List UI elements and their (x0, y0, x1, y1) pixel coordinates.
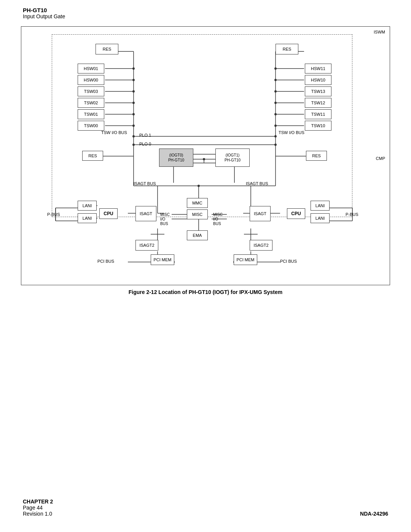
lani-bot-left: LANI (78, 213, 97, 223)
iogt1-phgt10: (IOGT1)PH-GT10 (215, 149, 250, 167)
diagram-container: ISWM CMP (21, 26, 390, 285)
page-header: PH-GT10 Input Output Gate (0, 0, 411, 22)
page-label: Page 44 (23, 505, 53, 511)
hsw01: HSW01 (78, 64, 104, 73)
pci-bus-left-label: PCI BUS (97, 259, 114, 264)
lani-top-left: LANI (78, 201, 97, 211)
page-subtitle: Input Output Gate (23, 13, 388, 19)
tsw10: TSW10 (305, 121, 331, 131)
tsw03: TSW03 (78, 86, 104, 96)
hsw00: HSW00 (78, 75, 104, 85)
cmp-label: CMP (376, 156, 385, 161)
pci-bus-right-label: PCI BUS (280, 259, 297, 264)
res-top-right: RES (276, 44, 298, 54)
isagt-left: ISAGT (135, 206, 156, 221)
tsw02: TSW02 (78, 98, 104, 108)
tsw-io-bus-right: TSW I/O BUS (279, 130, 304, 135)
iogt0-phgt10: (IOGT0)PH-GT10 (159, 149, 193, 167)
tsw01: TSW01 (78, 109, 104, 119)
isagt2-right: ISAGT2 (250, 240, 272, 251)
misc-left-io-bus: MISCI/OBUS (160, 212, 170, 226)
res-mid-right: RES (306, 151, 327, 161)
p-bus-right-label: P-BUS (346, 212, 358, 217)
hsw10: HSW10 (305, 75, 331, 85)
tsw12: TSW12 (305, 98, 331, 108)
isagt-right: ISAGT (250, 206, 271, 221)
plo0-label: PLO 0 (139, 142, 151, 146)
misc-center: MISC (187, 209, 208, 219)
isagt-bus-left-label: ISAGT BUS (134, 181, 156, 186)
pci-mem-left: PCI MEM (151, 254, 174, 265)
tsw11: TSW11 (305, 109, 331, 119)
lani-top-right: LANI (311, 201, 330, 211)
mmc: MMC (187, 198, 208, 208)
ema: EMA (187, 230, 208, 240)
isagt-bus-right-label: ISAGT BUS (246, 181, 268, 186)
isagt2-left: ISAGT2 (135, 240, 158, 251)
doc-number: NDA-24296 (360, 511, 388, 517)
p-bus-left-label: P-BUS (47, 212, 60, 217)
tsw00: TSW00 (78, 121, 104, 131)
page-title: PH-GT10 (23, 7, 388, 13)
chapter-label: CHAPTER 2 (23, 498, 53, 505)
res-mid-left: RES (82, 151, 103, 161)
iswm-label: ISWM (374, 30, 385, 34)
misc-right-io-bus: MISCI/OBUS (213, 212, 223, 226)
cpu-right: CPU (287, 208, 305, 219)
plo1-label: PLO 1 (139, 133, 151, 137)
page-footer: CHAPTER 2 Page 44 Revision 1.0 NDA-24296 (23, 498, 388, 517)
left-footer: CHAPTER 2 Page 44 Revision 1.0 (23, 498, 53, 517)
figure-caption: Figure 2-12 Location of PH-GT10 (IOGT) f… (0, 289, 411, 295)
hsw11: HSW11 (305, 64, 331, 73)
pci-mem-right: PCI MEM (234, 254, 257, 265)
res-top-left: RES (96, 44, 118, 54)
tsw13: TSW13 (305, 86, 331, 96)
lani-bot-right: LANI (311, 213, 330, 223)
cpu-left: CPU (99, 208, 118, 219)
tsw-io-bus-left: TSW I/O BUS (101, 130, 127, 135)
revision-label: Revision 1.0 (23, 511, 53, 517)
